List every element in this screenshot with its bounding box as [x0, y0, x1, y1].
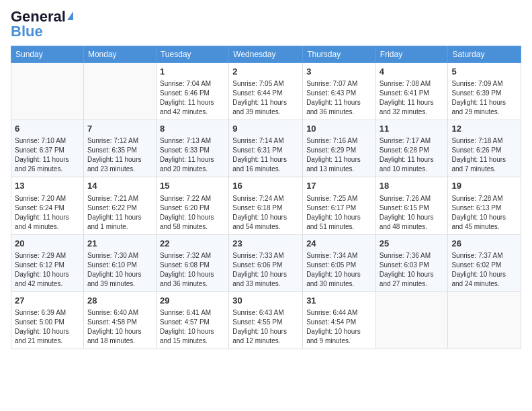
calendar-cell: 14Sunrise: 7:21 AMSunset: 6:22 PMDayligh… — [83, 177, 156, 234]
day-info: Sunset: 6:41 PM — [380, 89, 445, 98]
day-info: Sunset: 6:31 PM — [232, 146, 299, 155]
day-info: Daylight: 10 hours and 21 minutes. — [15, 327, 80, 346]
calendar-cell: 28Sunrise: 6:40 AMSunset: 4:58 PMDayligh… — [83, 291, 156, 349]
week-row-4: 20Sunrise: 7:29 AMSunset: 6:12 PMDayligh… — [11, 234, 521, 291]
day-info: Daylight: 10 hours and 30 minutes. — [306, 270, 372, 289]
day-number: 18 — [380, 180, 445, 192]
weekday-header-sunday: Sunday — [11, 46, 84, 63]
day-info: Sunset: 6:03 PM — [380, 261, 445, 270]
day-number: 10 — [306, 123, 372, 135]
day-info: Sunrise: 7:22 AM — [160, 194, 225, 203]
day-number: 2 — [232, 66, 299, 78]
day-info: Daylight: 10 hours and 18 minutes. — [87, 327, 152, 346]
day-number: 17 — [306, 180, 372, 192]
calendar-cell: 11Sunrise: 7:17 AMSunset: 6:28 PMDayligh… — [375, 120, 448, 177]
day-info: Daylight: 11 hours and 32 minutes. — [380, 98, 445, 117]
day-info: Daylight: 11 hours and 1 minute. — [87, 213, 152, 232]
day-info: Sunrise: 7:16 AM — [306, 136, 372, 146]
day-info: Daylight: 11 hours and 10 minutes. — [380, 155, 445, 174]
day-info: Sunrise: 7:24 AM — [232, 194, 299, 203]
day-info: Daylight: 10 hours and 42 minutes. — [15, 270, 80, 289]
calendar-cell: 9Sunrise: 7:14 AMSunset: 6:31 PMDaylight… — [229, 120, 303, 177]
day-info: Sunset: 6:37 PM — [15, 146, 80, 155]
day-number: 25 — [380, 238, 445, 250]
day-info: Sunset: 6:29 PM — [306, 146, 372, 155]
day-info: Sunset: 6:17 PM — [306, 203, 372, 213]
day-info: Sunset: 6:06 PM — [232, 261, 299, 270]
calendar-cell: 10Sunrise: 7:16 AMSunset: 6:29 PMDayligh… — [303, 120, 376, 177]
day-info: Daylight: 11 hours and 20 minutes. — [160, 155, 225, 174]
day-info: Daylight: 10 hours and 9 minutes. — [306, 327, 372, 346]
day-number: 23 — [232, 238, 299, 250]
day-info: Sunset: 5:00 PM — [15, 318, 80, 327]
day-info: Sunrise: 7:13 AM — [160, 136, 225, 146]
day-info: Sunrise: 7:37 AM — [451, 251, 517, 261]
day-number: 27 — [15, 295, 80, 307]
calendar-cell: 31Sunrise: 6:44 AMSunset: 4:54 PMDayligh… — [303, 291, 376, 349]
calendar-cell: 1Sunrise: 7:04 AMSunset: 6:46 PMDaylight… — [156, 63, 228, 120]
calendar-cell: 25Sunrise: 7:36 AMSunset: 6:03 PMDayligh… — [375, 234, 448, 291]
day-info: Sunrise: 6:43 AM — [232, 308, 299, 318]
calendar-cell: 18Sunrise: 7:26 AMSunset: 6:15 PMDayligh… — [375, 177, 448, 234]
day-info: Sunrise: 7:05 AM — [232, 79, 299, 89]
day-info: Sunrise: 7:17 AM — [380, 136, 445, 146]
calendar-cell: 16Sunrise: 7:24 AMSunset: 6:18 PMDayligh… — [229, 177, 303, 234]
day-number: 8 — [160, 123, 225, 135]
day-info: Daylight: 11 hours and 23 minutes. — [87, 155, 152, 174]
day-info: Sunset: 6:24 PM — [15, 203, 80, 213]
day-number: 22 — [160, 238, 225, 250]
logo-triangle-icon — [67, 11, 73, 20]
day-number: 6 — [15, 123, 80, 135]
weekday-header-monday: Monday — [83, 46, 156, 63]
calendar-cell: 27Sunrise: 6:39 AMSunset: 5:00 PMDayligh… — [11, 291, 84, 349]
calendar: SundayMondayTuesdayWednesdayThursdayFrid… — [11, 46, 521, 349]
day-info: Daylight: 10 hours and 12 minutes. — [232, 327, 299, 346]
day-info: Daylight: 11 hours and 4 minutes. — [15, 213, 80, 232]
day-number: 26 — [451, 238, 517, 250]
day-info: Sunset: 6:39 PM — [451, 89, 517, 98]
day-number: 3 — [306, 66, 372, 78]
day-info: Daylight: 10 hours and 48 minutes. — [380, 213, 445, 232]
day-info: Sunset: 6:12 PM — [15, 261, 80, 270]
day-info: Sunrise: 7:34 AM — [306, 251, 372, 261]
day-number: 31 — [306, 295, 372, 307]
day-number: 24 — [306, 238, 372, 250]
day-info: Sunrise: 6:39 AM — [15, 308, 80, 318]
day-info: Sunset: 6:02 PM — [451, 261, 517, 270]
day-info: Sunset: 6:15 PM — [380, 203, 445, 213]
day-info: Sunrise: 6:44 AM — [306, 308, 372, 318]
calendar-cell: 19Sunrise: 7:28 AMSunset: 6:13 PMDayligh… — [448, 177, 521, 234]
day-info: Sunset: 4:55 PM — [232, 318, 299, 327]
page: General Blue SundayMondayTuesdayWednesda… — [0, 0, 532, 355]
day-info: Sunset: 6:18 PM — [232, 203, 299, 213]
logo-area: General Blue — [11, 8, 73, 40]
day-number: 13 — [15, 180, 80, 192]
day-info: Daylight: 10 hours and 33 minutes. — [232, 270, 299, 289]
day-info: Sunrise: 7:04 AM — [160, 79, 225, 89]
day-number: 20 — [15, 238, 80, 250]
day-info: Sunrise: 7:08 AM — [380, 79, 445, 89]
day-info: Daylight: 10 hours and 24 minutes. — [451, 270, 517, 289]
day-info: Sunset: 4:54 PM — [306, 318, 372, 327]
day-info: Sunset: 6:46 PM — [160, 89, 225, 98]
day-info: Sunrise: 7:12 AM — [87, 136, 152, 146]
day-info: Sunrise: 7:21 AM — [87, 194, 152, 203]
day-info: Sunset: 6:35 PM — [87, 146, 152, 155]
day-info: Daylight: 10 hours and 45 minutes. — [451, 213, 517, 232]
day-info: Daylight: 10 hours and 54 minutes. — [232, 213, 299, 232]
calendar-cell: 22Sunrise: 7:32 AMSunset: 6:08 PMDayligh… — [156, 234, 228, 291]
day-number: 19 — [451, 180, 517, 192]
day-info: Sunrise: 7:07 AM — [306, 79, 372, 89]
day-info: Sunset: 6:44 PM — [232, 89, 299, 98]
day-info: Sunset: 4:58 PM — [87, 318, 152, 327]
day-number: 5 — [451, 66, 517, 78]
day-number: 7 — [87, 123, 152, 135]
calendar-cell — [83, 63, 156, 120]
day-info: Sunrise: 7:09 AM — [451, 79, 517, 89]
day-info: Daylight: 10 hours and 15 minutes. — [160, 327, 225, 346]
week-row-3: 13Sunrise: 7:20 AMSunset: 6:24 PMDayligh… — [11, 177, 521, 234]
day-info: Daylight: 11 hours and 26 minutes. — [15, 155, 80, 174]
week-row-1: 1Sunrise: 7:04 AMSunset: 6:46 PMDaylight… — [11, 63, 521, 120]
day-info: Daylight: 10 hours and 27 minutes. — [380, 270, 445, 289]
calendar-cell: 2Sunrise: 7:05 AMSunset: 6:44 PMDaylight… — [229, 63, 303, 120]
